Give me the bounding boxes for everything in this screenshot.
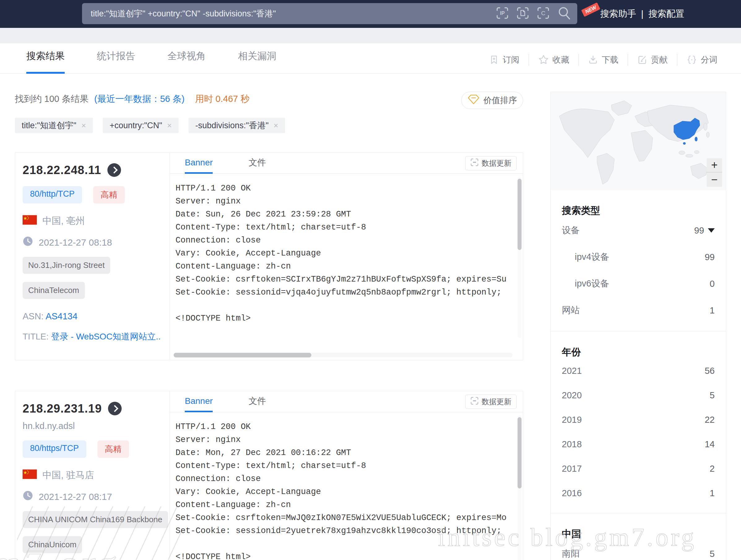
close-icon[interactable]: ×	[167, 121, 172, 130]
asn-link[interactable]: AS4134	[46, 311, 77, 321]
facet-row-2017[interactable]: 2017 2	[562, 456, 715, 481]
search-config-link[interactable]: 搜索配置	[649, 8, 684, 20]
facet-row-2020[interactable]: 2020 5	[562, 383, 715, 408]
bookmark-plus-icon	[489, 55, 499, 65]
nav-separator: |	[641, 9, 644, 19]
hostname: hn.kd.ny.adsl	[22, 421, 161, 431]
scan-time: 2021-12-27 08:18	[39, 237, 112, 248]
tab-statistics-report[interactable]: 统计报告	[97, 50, 135, 74]
filter-chips: title:"知道创宇" × +country:"CN" × -subdivis…	[15, 118, 285, 133]
vertical-scrollbar[interactable]	[518, 415, 522, 560]
isp-tag[interactable]: ChinaUnicom	[22, 536, 82, 553]
zoom-out-button[interactable]: −	[706, 173, 722, 187]
close-icon[interactable]: ×	[274, 121, 278, 130]
facet-row-2016[interactable]: 2016 1	[562, 481, 715, 505]
star-icon	[538, 55, 549, 65]
port-protocol-tag[interactable]: 80/http/TCP	[22, 186, 82, 203]
facet-row-ipv4[interactable]: ipv4设备 99	[562, 244, 715, 270]
tab-file[interactable]: 文件	[249, 391, 266, 412]
ip-search-icon[interactable]: IP	[496, 7, 509, 20]
port-protocol-tag[interactable]: 80/https/TCP	[22, 440, 86, 458]
refresh-frame-icon	[470, 397, 478, 407]
svg-text:IP: IP	[500, 10, 505, 16]
facet-row-ipv6[interactable]: ipv6设备 0	[562, 270, 715, 297]
facet-row-device[interactable]: 设备 99	[562, 217, 715, 244]
tab-search-results[interactable]: 搜索结果	[26, 50, 65, 74]
ip-address[interactable]: 218.29.231.19	[22, 402, 102, 415]
result-card: 218.22.248.11 80/http/TCP 高精 中国, 亳州 2021…	[15, 152, 523, 360]
new-badge: NEW	[581, 2, 601, 17]
open-detail-button[interactable]	[108, 402, 122, 415]
braces-icon	[686, 55, 697, 65]
search-icon[interactable]	[557, 6, 572, 21]
facet-title-search-type: 搜索类型	[562, 190, 715, 217]
search-input[interactable]: title:"知道创宇" +country:"CN" -subdivisions…	[91, 8, 496, 19]
http-banner: HTTP/1.1 200 OK Server: nginx Date: Sun,…	[170, 174, 523, 338]
open-detail-button[interactable]	[108, 163, 121, 177]
location-text: 中国, 驻马店	[43, 469, 94, 482]
diamond-icon	[467, 94, 480, 107]
data-update-button[interactable]: 数据更新	[465, 394, 517, 409]
org-tag[interactable]: No.31,Jin-rong Street	[22, 257, 110, 274]
chevron-down-icon[interactable]	[708, 228, 715, 233]
clock-icon	[22, 236, 33, 249]
org-tag[interactable]: CHINA UNICOM China169 Backbone	[22, 511, 168, 528]
site-title-link[interactable]: 登录 - WebSOC知道网站立...	[51, 332, 161, 341]
host-info-panel: 218.29.231.19 hn.kd.ny.adsl 80/https/TCP…	[15, 391, 170, 560]
subscribe-button[interactable]: 订阅	[480, 54, 529, 65]
value-sort-button[interactable]: 价值排序	[461, 92, 523, 109]
facet-row-nanyang[interactable]: 南阳 5	[562, 541, 715, 560]
file-search-icon[interactable]	[517, 7, 529, 20]
scan-time: 2021-12-27 08:17	[39, 492, 112, 502]
tab-file[interactable]: 文件	[249, 153, 266, 174]
world-map[interactable]: + −	[551, 92, 726, 190]
facet-row-2019[interactable]: 2019 22	[562, 408, 715, 432]
facet-row-2018[interactable]: 2018 14	[562, 432, 715, 456]
search-bar[interactable]: title:"知道创宇" +country:"CN" -subdivisions…	[82, 3, 577, 24]
recent-year-count[interactable]: (最近一年数据：56 条)	[94, 94, 185, 104]
tab-related-vulnerabilities[interactable]: 相关漏洞	[238, 50, 276, 74]
code-search-icon[interactable]: C	[537, 7, 549, 20]
edit-square-icon	[637, 55, 647, 65]
facet-title-year: 年份	[562, 331, 715, 359]
download-icon	[588, 55, 598, 65]
filter-chip-subdivisions[interactable]: -subdivisions:"香港" ×	[189, 118, 285, 133]
facet-row-2021[interactable]: 2021 56	[562, 359, 715, 383]
sub-header-strip	[0, 28, 741, 43]
host-info-panel: 218.22.248.11 80/http/TCP 高精 中国, 亳州 2021…	[15, 153, 170, 360]
page-actions: 订阅 收藏 下载 贡献 分词	[480, 54, 727, 66]
tokenize-button[interactable]: 分词	[677, 54, 727, 65]
close-icon[interactable]: ×	[81, 121, 86, 130]
horizontal-scrollbar[interactable]	[174, 353, 513, 358]
contribute-button[interactable]: 贡献	[628, 54, 677, 65]
download-button[interactable]: 下载	[579, 54, 628, 65]
asn-label: ASN:	[22, 311, 44, 321]
tab-banner[interactable]: Banner	[185, 391, 213, 412]
scrollbar-thumb[interactable]	[518, 179, 522, 250]
ip-address[interactable]: 218.22.248.11	[22, 164, 101, 177]
query-time: 用时 0.467 秒	[195, 94, 250, 104]
map-zoom-control: + −	[706, 158, 722, 187]
vertical-scrollbar[interactable]	[518, 177, 522, 338]
zoom-in-button[interactable]: +	[706, 158, 722, 173]
refresh-frame-icon	[470, 158, 478, 168]
data-update-button[interactable]: 数据更新	[465, 156, 517, 170]
result-tabs: 搜索结果 统计报告 全球视角 相关漏洞	[26, 50, 276, 74]
search-assistant-link[interactable]: 搜索助手	[600, 8, 636, 20]
result-card: 218.29.231.19 hn.kd.ny.adsl 80/https/TCP…	[15, 391, 523, 560]
precision-tag: 高精	[93, 186, 125, 203]
filter-chip-country[interactable]: +country:"CN" ×	[103, 118, 179, 133]
isp-tag[interactable]: ChinaTelecom	[22, 282, 85, 299]
tab-global-view[interactable]: 全球视角	[167, 50, 206, 74]
scrollbar-thumb[interactable]	[174, 353, 312, 358]
filter-chip-title[interactable]: title:"知道创宇" ×	[15, 118, 93, 133]
facet-row-website[interactable]: 网站 1	[562, 297, 715, 324]
http-banner: HTTP/1.1 200 OK Server: nginx Date: Mon,…	[170, 412, 523, 560]
results-summary: 找到约 100 条结果 (最近一年数据：56 条) 用时 0.467 秒	[15, 93, 250, 105]
facet-title-china: 中国	[562, 513, 715, 541]
facet-sidebar: + − 搜索类型 设备 99 ipv4设备 99 ipv6设备 0 网站 1 年…	[550, 92, 726, 560]
scrollbar-thumb[interactable]	[518, 417, 522, 489]
svg-text:C: C	[541, 10, 545, 16]
favorite-button[interactable]: 收藏	[529, 54, 579, 65]
tab-banner[interactable]: Banner	[185, 153, 213, 174]
